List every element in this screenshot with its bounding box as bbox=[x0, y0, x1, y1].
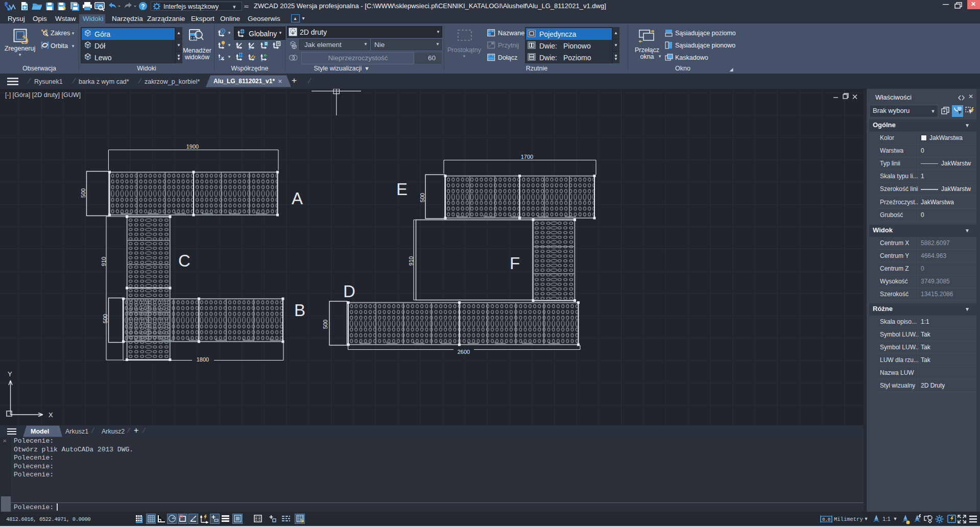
svg-text:500: 500 bbox=[322, 320, 328, 329]
svg-text:1700: 1700 bbox=[521, 154, 533, 160]
svg-text:C: C bbox=[178, 251, 190, 270]
svg-text:A: A bbox=[292, 189, 303, 208]
svg-text:1800: 1800 bbox=[197, 356, 209, 363]
svg-text:500: 500 bbox=[419, 193, 425, 202]
svg-text:2600: 2600 bbox=[458, 349, 470, 355]
svg-text:500: 500 bbox=[80, 188, 86, 198]
svg-text:?: ? bbox=[141, 3, 145, 10]
svg-text:910: 910 bbox=[101, 257, 107, 266]
svg-text:Y: Y bbox=[8, 370, 12, 378]
svg-text:1900: 1900 bbox=[186, 143, 199, 150]
svg-text:F: F bbox=[510, 254, 520, 273]
svg-text:X: X bbox=[49, 411, 53, 419]
svg-text:B: B bbox=[294, 301, 305, 320]
svg-text:0.0: 0.0 bbox=[822, 517, 830, 522]
svg-text:910: 910 bbox=[408, 256, 414, 266]
svg-text:z: z bbox=[253, 55, 255, 59]
svg-text:E: E bbox=[396, 180, 408, 199]
svg-text:500: 500 bbox=[102, 314, 108, 323]
svg-text:D: D bbox=[343, 282, 355, 301]
